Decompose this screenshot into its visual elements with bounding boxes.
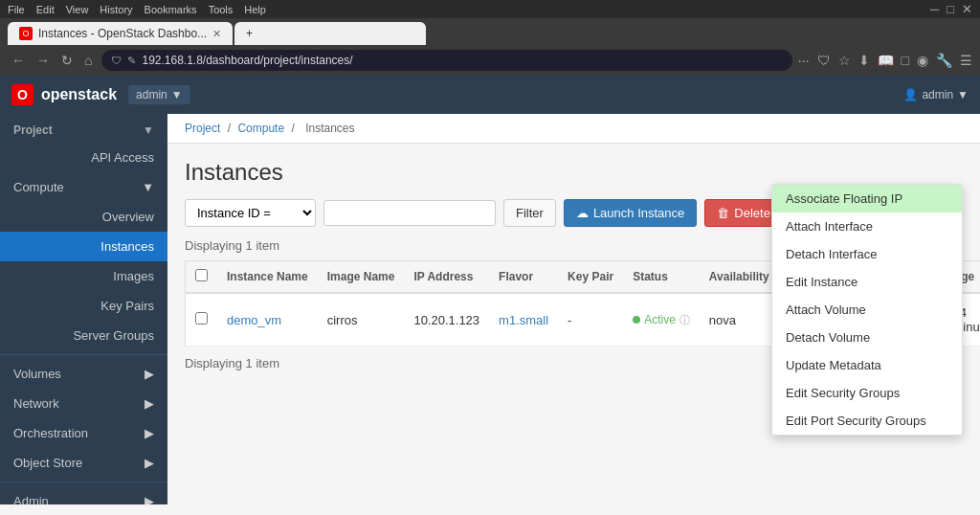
sidebar-key-pairs-label: Key Pairs: [100, 299, 154, 313]
launch-instance-button[interactable]: ☁ Launch Instance: [564, 199, 697, 227]
filter-input[interactable]: [323, 200, 496, 226]
sidebar-divider-1: [0, 354, 167, 355]
row-checkbox: [186, 293, 218, 347]
status-info-icon: ⓘ: [679, 313, 690, 327]
back-button[interactable]: ←: [8, 51, 29, 70]
flavor-link[interactable]: m1.small: [499, 313, 548, 327]
user-menu[interactable]: 👤 admin ▼: [903, 88, 969, 101]
sidebar-admin-group[interactable]: Admin ▶: [0, 486, 167, 504]
admin-badge-label: admin: [136, 88, 167, 101]
dropdown-item-attach-volume[interactable]: Attach Volume: [772, 296, 962, 324]
sidebar: Project ▼ API Access Compute ▼ Overview …: [0, 114, 167, 504]
sidebar-divider-2: [0, 481, 167, 482]
address-bar[interactable]: 192.168.1.8/dashboard/project/instances/: [142, 54, 782, 67]
window-maximize[interactable]: □: [947, 2, 954, 16]
filter-select-wrap: Instance ID =Instance Name =Status =Imag…: [185, 199, 316, 227]
sidebar-item-api-access[interactable]: API Access: [0, 143, 167, 172]
breadcrumb-sep-1: /: [228, 122, 231, 135]
main-content: Project / Compute / Instances Instances …: [167, 114, 980, 504]
dropdown-item-detach-interface[interactable]: Detach Interface: [772, 240, 962, 268]
browser-profile[interactable]: ◉: [917, 53, 928, 68]
row-select-checkbox[interactable]: [195, 312, 208, 325]
browser-more-options[interactable]: ···: [798, 53, 810, 68]
menu-help[interactable]: Help: [244, 4, 266, 15]
breadcrumb-compute[interactable]: Compute: [237, 122, 284, 135]
instance-name-link[interactable]: demo_vm: [227, 313, 281, 327]
new-tab-button[interactable]: +: [234, 22, 426, 45]
browser-screenshot[interactable]: □: [902, 53, 909, 68]
tab-favicon: O: [19, 27, 33, 40]
openstack-logo-icon: O: [11, 84, 33, 105]
sidebar-network-label: Network: [13, 396, 59, 411]
page-title: Instances: [185, 159, 963, 186]
sidebar-network-chevron: ▶: [145, 396, 154, 411]
col-ip-address: IP Address: [404, 261, 489, 294]
sidebar-item-key-pairs[interactable]: Key Pairs: [0, 291, 167, 321]
sidebar-item-server-groups[interactable]: Server Groups: [0, 321, 167, 350]
window-close[interactable]: ✕: [962, 2, 972, 16]
row-image-name: cirros: [318, 293, 405, 347]
dropdown-item-edit-port-security-groups[interactable]: Edit Port Security Groups: [772, 407, 962, 435]
sidebar-item-overview[interactable]: Overview: [0, 202, 167, 232]
forward-button[interactable]: →: [33, 51, 54, 70]
lock-icon: ✎: [127, 55, 136, 67]
dropdown-item-attach-interface[interactable]: Attach Interface: [772, 213, 962, 240]
sidebar-object-store-group[interactable]: Object Store ▶: [0, 448, 167, 478]
sidebar-orchestration-group[interactable]: Orchestration ▶: [0, 418, 167, 448]
user-name: admin: [922, 88, 953, 101]
sidebar-overview-label: Overview: [102, 210, 154, 224]
admin-badge-chevron: ▼: [171, 88, 183, 101]
action-dropdown-menu: Associate Floating IP Attach Interface D…: [771, 184, 963, 436]
reload-button[interactable]: ↻: [57, 51, 77, 70]
browser-bookmark[interactable]: ☆: [838, 53, 851, 68]
filter-select[interactable]: Instance ID =Instance Name =Status =Imag…: [186, 200, 315, 226]
app-header-left: O openstack admin ▼: [11, 84, 190, 105]
window-minimize[interactable]: ─: [930, 2, 939, 16]
col-status: Status: [623, 261, 700, 294]
sidebar-images-label: Images: [113, 269, 154, 283]
dropdown-item-edit-instance[interactable]: Edit Instance: [772, 268, 962, 296]
sidebar-item-images[interactable]: Images: [0, 261, 167, 291]
dropdown-item-detach-volume[interactable]: Detach Volume: [772, 324, 962, 351]
menu-edit[interactable]: Edit: [36, 4, 55, 15]
menu-tools[interactable]: Tools: [209, 4, 234, 15]
sidebar-compute-group[interactable]: Compute ▼: [0, 172, 167, 202]
row-instance-name: demo_vm: [217, 293, 318, 347]
sidebar-item-instances[interactable]: Instances: [0, 232, 167, 261]
browser-download[interactable]: ⬇: [858, 53, 870, 68]
col-checkbox: [186, 261, 218, 294]
browser-extensions[interactable]: 🔧: [936, 53, 952, 68]
admin-project-selector[interactable]: admin ▼: [128, 85, 190, 104]
sidebar-network-group[interactable]: Network ▶: [0, 389, 167, 418]
col-instance-name: Instance Name: [217, 261, 318, 294]
breadcrumb-project[interactable]: Project: [185, 122, 220, 135]
col-flavor: Flavor: [489, 261, 558, 294]
select-all-checkbox[interactable]: [195, 269, 208, 281]
sidebar-compute-chevron: ▼: [142, 180, 154, 194]
status-active-dot: [633, 316, 640, 324]
menu-file[interactable]: File: [8, 4, 25, 15]
browser-tab-active[interactable]: O Instances - OpenStack Dashbo... ✕: [8, 22, 233, 45]
menu-history[interactable]: History: [100, 4, 132, 15]
browser-menu[interactable]: ☰: [960, 53, 972, 68]
home-button[interactable]: ⌂: [80, 51, 96, 70]
sidebar-project-section[interactable]: Project ▼: [0, 114, 167, 143]
sidebar-api-access-label: API Access: [91, 150, 154, 165]
browser-reading-mode[interactable]: 📖: [878, 53, 894, 68]
sidebar-object-store-chevron: ▶: [145, 456, 154, 470]
breadcrumb-sep-2: /: [291, 122, 294, 135]
filter-button[interactable]: Filter: [503, 199, 556, 227]
col-key-pair: Key Pair: [558, 261, 623, 294]
menu-view[interactable]: View: [66, 4, 89, 15]
security-icon: 🛡: [111, 55, 122, 66]
sidebar-project-label: Project: [13, 123, 53, 137]
sidebar-volumes-group[interactable]: Volumes ▶: [0, 359, 167, 389]
tab-close-button[interactable]: ✕: [212, 28, 221, 40]
menu-bookmarks[interactable]: Bookmarks: [145, 4, 197, 15]
dropdown-item-edit-security-groups[interactable]: Edit Security Groups: [772, 379, 962, 407]
dropdown-item-associate-floating-ip[interactable]: Associate Floating IP: [772, 185, 962, 213]
launch-icon: ☁: [576, 206, 589, 220]
dropdown-item-update-metadata[interactable]: Update Metadata: [772, 351, 962, 379]
browser-shield[interactable]: 🛡: [817, 53, 831, 68]
breadcrumb-instances: Instances: [305, 122, 354, 135]
